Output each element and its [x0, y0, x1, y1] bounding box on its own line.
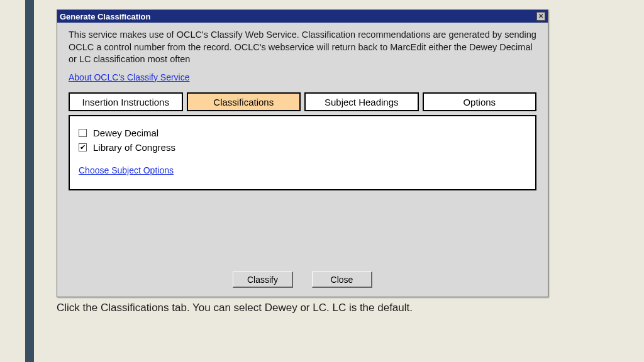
slide-side-stripe — [25, 0, 34, 362]
dialog-title: Generate Classification — [60, 12, 536, 21]
tab-subject-headings[interactable]: Subject Headings — [304, 92, 419, 111]
lc-row: ✔ Library of Congress — [79, 142, 526, 153]
tab-insertion-instructions[interactable]: Insertion Instructions — [69, 92, 183, 111]
button-row: Classify Close — [57, 272, 548, 288]
titlebar: Generate Classification ✕ — [57, 10, 548, 23]
dialog-description: This service makes use of OCLC's Classif… — [57, 23, 548, 70]
close-icon[interactable]: ✕ — [536, 12, 545, 21]
dewey-row: Dewey Decimal — [79, 128, 526, 138]
tab-bar: Insertion Instructions Classifications S… — [69, 92, 536, 111]
lc-label: Library of Congress — [93, 142, 175, 153]
classifications-panel: Dewey Decimal ✔ Library of Congress Choo… — [69, 115, 536, 190]
classify-button[interactable]: Classify — [233, 272, 293, 288]
about-oclc-link[interactable]: About OCLC's Classify Service — [69, 72, 190, 82]
slide-caption: Click the Classifications tab. You can s… — [57, 302, 413, 314]
tab-classifications[interactable]: Classifications — [187, 92, 301, 111]
choose-subject-options-link[interactable]: Choose Subject Options — [79, 165, 174, 175]
tab-options[interactable]: Options — [423, 92, 537, 111]
lc-checkbox[interactable]: ✔ — [79, 143, 87, 151]
close-button[interactable]: Close — [312, 272, 372, 288]
dewey-checkbox[interactable] — [79, 129, 87, 137]
generate-classification-dialog: Generate Classification ✕ This service m… — [57, 9, 548, 297]
dewey-label: Dewey Decimal — [93, 128, 158, 138]
